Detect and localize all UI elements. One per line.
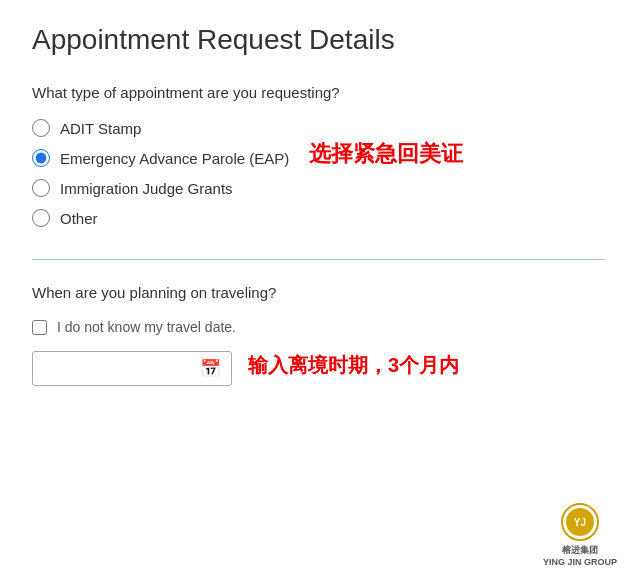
- logo-inner: YJ: [566, 508, 594, 536]
- radio-adit[interactable]: [32, 119, 50, 137]
- unknown-travel-date-checkbox[interactable]: [32, 320, 47, 335]
- page-title: Appointment Request Details: [32, 24, 605, 56]
- calendar-icon[interactable]: 📅: [200, 358, 221, 379]
- annotation-travel: 输入离境时期，3个月内: [248, 351, 459, 379]
- radio-item-eap[interactable]: Emergency Advance Parole (EAP): [32, 149, 289, 167]
- radio-adit-label: ADIT Stamp: [60, 120, 141, 137]
- radio-ijg[interactable]: [32, 179, 50, 197]
- appointment-type-radio-group: ADIT Stamp Emergency Advance Parole (EAP…: [32, 119, 289, 227]
- radio-item-other[interactable]: Other: [32, 209, 289, 227]
- logo-circle: YJ: [561, 503, 599, 541]
- annotation-eap: 选择紧急回美证: [309, 139, 463, 170]
- date-input-wrapper[interactable]: 04/09/2024 📅: [32, 351, 232, 386]
- radio-item-adit[interactable]: ADIT Stamp: [32, 119, 289, 137]
- unknown-travel-date-label: I do not know my travel date.: [57, 319, 236, 335]
- travel-date-row: 04/09/2024 📅 输入离境时期，3个月内: [32, 351, 605, 386]
- radio-item-ijg[interactable]: Immigration Judge Grants: [32, 179, 289, 197]
- logo-area: YJ 榕进集团 YING JIN GROUP: [543, 503, 617, 567]
- appointment-type-question: What type of appointment are you request…: [32, 84, 605, 101]
- radio-eap-label: Emergency Advance Parole (EAP): [60, 150, 289, 167]
- radio-ijg-label: Immigration Judge Grants: [60, 180, 233, 197]
- radio-other-label: Other: [60, 210, 98, 227]
- radio-eap[interactable]: [32, 149, 50, 167]
- radio-other[interactable]: [32, 209, 50, 227]
- section-divider: [32, 259, 605, 260]
- travel-date-question: When are you planning on traveling?: [32, 284, 605, 301]
- travel-date-input[interactable]: 04/09/2024: [45, 360, 195, 377]
- travel-date-section: When are you planning on traveling? I do…: [32, 284, 605, 386]
- logo-text-en: YING JIN GROUP: [543, 557, 617, 567]
- logo-text-cn: 榕进集团: [562, 544, 598, 557]
- unknown-travel-date-checkbox-label[interactable]: I do not know my travel date.: [32, 319, 605, 335]
- appointment-type-section: What type of appointment are you request…: [32, 84, 605, 251]
